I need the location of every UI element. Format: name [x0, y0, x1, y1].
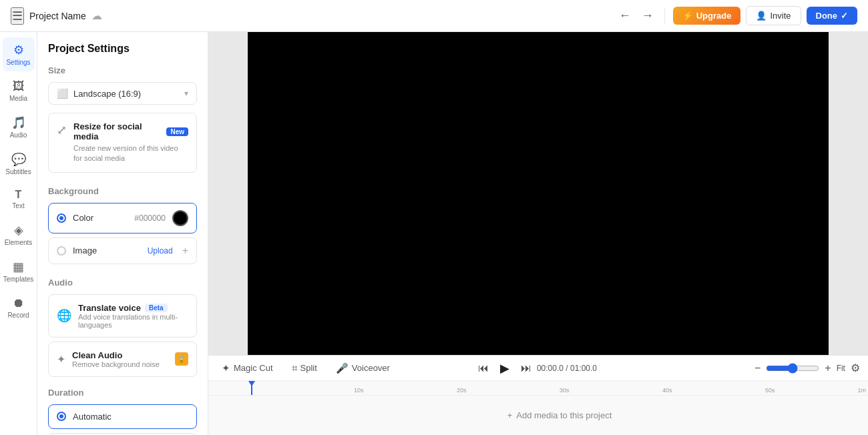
sidebar-item-media[interactable]: 🖼 Media: [3, 74, 35, 107]
resize-icon: ⤢: [57, 123, 67, 137]
translate-voice-card[interactable]: 🌐 Translate voice Beta Add voice transla…: [48, 294, 197, 338]
color-radio-label: Color: [73, 213, 128, 223]
elements-label: Elements: [5, 239, 33, 246]
invite-button[interactable]: 👤 Invite: [746, 6, 801, 25]
clean-audio-card[interactable]: ✦ Clean Audio Remove background noise 🔒: [48, 342, 197, 377]
clean-audio-icon: ✦: [57, 353, 65, 366]
undo-button[interactable]: ←: [616, 6, 634, 25]
size-dropdown[interactable]: ⬜ Landscape (16:9) ▾: [48, 82, 197, 105]
sidebar-item-record[interactable]: ⏺ Record: [3, 291, 35, 324]
clean-audio-desc: Remove background noise: [72, 360, 168, 368]
media-label: Media: [9, 95, 27, 102]
top-bar-left: ☰ Project Name ☁: [11, 7, 611, 25]
record-icon: ⏺: [13, 296, 25, 310]
color-swatch[interactable]: [172, 210, 188, 226]
upgrade-icon: ⚡: [682, 11, 693, 21]
done-check-icon: ✓: [841, 11, 848, 21]
magic-cut-tool[interactable]: ✦ Magic Cut: [216, 360, 278, 377]
invite-label: Invite: [770, 11, 791, 21]
playback-controls: ⏮ ▶ ⏭ 00:00.0 / 01:00.0: [478, 358, 597, 379]
audio-section-title: Audio: [48, 278, 197, 288]
automatic-radio-card[interactable]: Automatic: [48, 404, 197, 429]
done-label: Done: [816, 11, 838, 21]
text-label: Text: [12, 202, 24, 209]
play-button[interactable]: ▶: [494, 358, 515, 379]
ruler-marks-container: 10s 20s 30s 40s 50s 1m: [251, 381, 868, 395]
plus-icon[interactable]: +: [182, 245, 188, 257]
split-icon: ⌗: [292, 362, 297, 374]
voiceover-icon: 🎤: [336, 362, 349, 374]
video-preview: [208, 32, 868, 355]
project-name: Project Name: [29, 11, 86, 21]
translate-desc: Add voice translations in multi-language…: [78, 313, 188, 329]
size-dropdown-left: ⬜ Landscape (16:9): [57, 88, 141, 99]
upload-label[interactable]: Upload: [148, 246, 173, 256]
settings-icon: ⚙: [13, 43, 24, 57]
playhead-triangle: [248, 381, 255, 386]
image-radio-label: Image: [73, 246, 141, 256]
translate-title: Translate voice Beta: [78, 303, 188, 313]
timeline-right-controls: − + Fit ⚙: [754, 362, 860, 374]
add-media-plus-icon: +: [507, 410, 513, 420]
skip-forward-button[interactable]: ⏭: [521, 362, 531, 374]
sidebar-item-audio[interactable]: 🎵 Audio: [3, 110, 35, 144]
resize-desc: Create new version of this video for soc…: [73, 143, 188, 164]
resize-title: Resize for social media New: [73, 121, 188, 141]
invite-icon: 👤: [756, 11, 767, 21]
color-radio-circle: [57, 213, 66, 223]
hamburger-button[interactable]: ☰: [11, 7, 24, 25]
sidebar-item-settings[interactable]: ⚙ Settings: [3, 37, 35, 71]
duration-section: Duration Automatic Fixed 01:00.0: [48, 388, 197, 435]
split-tool[interactable]: ⌗ Split: [286, 360, 322, 377]
sidebar-item-elements[interactable]: ◈ Elements: [3, 218, 35, 252]
divider: [664, 8, 665, 24]
audio-icon: 🎵: [11, 115, 26, 130]
image-radio-card[interactable]: Image Upload +: [48, 238, 197, 264]
zoom-slider[interactable]: [766, 363, 819, 374]
cloud-icon: ☁: [91, 9, 102, 22]
magic-cut-label: Magic Cut: [234, 363, 273, 373]
ruler-mark-20s: 20s: [457, 387, 467, 394]
zoom-out-button[interactable]: −: [754, 362, 761, 374]
subtitles-icon: 💬: [11, 152, 26, 167]
settings-panel: Project Settings Size ⬜ Landscape (16:9)…: [37, 32, 208, 435]
clean-audio-title: Clean Audio: [72, 350, 168, 360]
ruler-mark-40s: 40s: [662, 387, 672, 394]
ruler-mark-10s: 10s: [354, 387, 364, 394]
color-radio-card[interactable]: Color #000000: [48, 203, 197, 234]
top-bar: ☰ Project Name ☁ ← → ⚡ Upgrade 👤 Invite …: [0, 0, 868, 32]
resize-card[interactable]: ⤢ Resize for social media New Create new…: [48, 113, 197, 173]
sidebar-item-text[interactable]: T Text: [3, 183, 35, 215]
upgrade-button[interactable]: ⚡ Upgrade: [673, 7, 741, 25]
translate-icon: 🌐: [57, 308, 71, 323]
main-layout: ⚙ Settings 🖼 Media 🎵 Audio 💬 Subtitles T…: [0, 32, 868, 435]
templates-label: Templates: [3, 276, 34, 283]
clean-audio-content: Clean Audio Remove background noise: [72, 350, 168, 368]
audio-label: Audio: [10, 131, 27, 139]
sidebar-item-templates[interactable]: ▦ Templates: [3, 254, 35, 288]
video-canvas: [248, 32, 829, 355]
voiceover-tool[interactable]: 🎤 Voiceover: [331, 360, 395, 377]
beta-badge: Beta: [145, 304, 168, 312]
new-badge: New: [166, 127, 188, 136]
add-media-label: Add media to this project: [516, 410, 612, 420]
sidebar-item-subtitles[interactable]: 💬 Subtitles: [3, 147, 35, 181]
current-time: 00:00.0 / 01:00.0: [537, 364, 597, 373]
skip-back-button[interactable]: ⏮: [478, 362, 489, 374]
zoom-in-button[interactable]: +: [825, 362, 831, 374]
automatic-label: Automatic: [73, 412, 188, 422]
text-icon: T: [15, 189, 22, 201]
resize-card-content: Resize for social media New Create new v…: [73, 121, 188, 164]
add-media-button[interactable]: + Add media to this project: [507, 410, 612, 420]
fit-button[interactable]: Fit: [837, 364, 845, 373]
timeline-tracks: + Add media to this project: [208, 396, 868, 435]
timeline-settings-button[interactable]: ⚙: [851, 362, 860, 374]
settings-label: Settings: [6, 59, 30, 66]
panel-title: Project Settings: [48, 43, 197, 55]
redo-button[interactable]: →: [639, 6, 656, 25]
voiceover-label: Voiceover: [352, 363, 390, 373]
timeline-ruler: 10s 20s 30s 40s 50s 1m: [208, 381, 868, 396]
background-section-title: Background: [48, 186, 197, 196]
done-button[interactable]: Done ✓: [807, 7, 858, 25]
subtitles-label: Subtitles: [5, 168, 31, 175]
